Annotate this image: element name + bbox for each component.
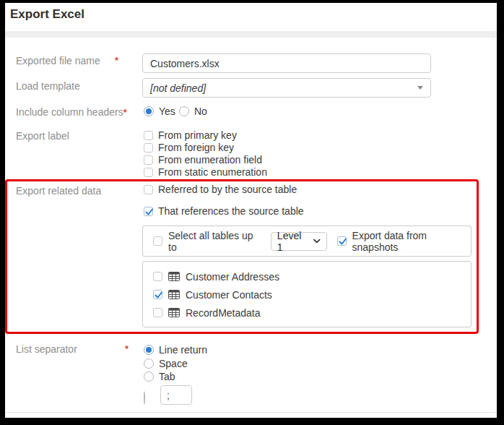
checkbox-from-static-enumeration[interactable] <box>144 168 153 177</box>
related-option-referred-to[interactable]: Referred to by the source table <box>144 183 297 196</box>
export-snapshots-label: Export data from snapshots <box>352 230 471 253</box>
radio-no[interactable] <box>179 106 189 116</box>
checkbox-customer-addresses[interactable] <box>153 272 162 281</box>
related-tables-list: Customer Addresses Customer Contacts Rec… <box>142 261 472 327</box>
list-separator-label: List separator <box>16 343 77 355</box>
separator-option-tab[interactable]: Tab <box>144 370 175 383</box>
checkbox-select-all-tables[interactable] <box>153 236 162 246</box>
radio-no-label: No <box>194 106 207 117</box>
exported-file-name-label: Exported file name <box>16 55 100 66</box>
related-option-references[interactable]: That references the source table <box>144 205 304 218</box>
table-row-customer-contacts[interactable]: Customer Contacts <box>143 286 471 304</box>
list-separator-required-asterisk: * <box>125 343 129 354</box>
radio-tab[interactable] <box>144 372 154 382</box>
table-icon <box>168 290 180 299</box>
radio-custom-separator[interactable] <box>144 391 145 405</box>
checkbox-from-primary-key[interactable] <box>144 131 153 140</box>
table-row-recordmetadata[interactable]: RecordMetadata <box>143 304 471 322</box>
load-template-dropdown[interactable]: [not defined] <box>142 78 431 98</box>
exported-file-name-required-asterisk: * <box>115 55 118 66</box>
dialog-title: Export Excel <box>10 7 84 22</box>
radio-line-return[interactable] <box>144 345 154 355</box>
checkbox-from-foreign-key[interactable] <box>144 143 153 153</box>
export-label-option-primary-key[interactable]: From primary key <box>144 129 237 142</box>
checkbox-customer-contacts[interactable] <box>153 290 162 299</box>
chevron-down-icon <box>313 239 321 244</box>
include-column-headers-required-asterisk: * <box>123 107 127 118</box>
table-icon <box>168 272 180 281</box>
export-excel-dialog: Export Excel Exported file name * Load t… <box>5 3 497 418</box>
checkbox-that-references-source[interactable] <box>144 207 153 216</box>
header-divider <box>5 31 497 38</box>
table-depth-panel: Select all tables up to Level 1 Export d… <box>142 226 472 257</box>
footer-divider <box>5 412 497 413</box>
custom-separator-input[interactable] <box>160 385 192 405</box>
checkbox-recordmetadata[interactable] <box>153 308 162 317</box>
load-template-label: Load template <box>16 80 80 92</box>
checkbox-from-enumeration-field[interactable] <box>144 155 153 165</box>
level-select-value: Level 1 <box>277 230 308 253</box>
export-label-option-enumeration-field[interactable]: From enumeration field <box>144 153 262 166</box>
include-column-headers-label: Include column headers* <box>16 106 127 118</box>
separator-option-space[interactable]: Space <box>144 357 188 370</box>
export-label-option-static-enumeration[interactable]: From static enumeration <box>144 166 267 179</box>
level-select[interactable]: Level 1 <box>271 232 327 251</box>
radio-yes-label: Yes <box>159 106 175 117</box>
select-all-tables-label: Select all tables up to <box>168 230 261 253</box>
export-related-data-label: Export related data <box>16 185 101 197</box>
export-label-label: Export label <box>16 130 69 142</box>
load-template-value: [not defined] <box>150 82 417 94</box>
exported-file-name-input[interactable] <box>142 53 431 73</box>
checkbox-referred-to-by-source[interactable] <box>144 185 153 194</box>
checkbox-export-snapshots[interactable] <box>337 236 347 246</box>
separator-option-line-return[interactable]: Line return <box>144 343 207 356</box>
table-icon <box>168 308 180 317</box>
radio-yes[interactable] <box>144 106 154 116</box>
chevron-down-icon <box>417 86 423 90</box>
include-headers-yes-option[interactable]: Yes <box>144 105 175 118</box>
export-label-option-foreign-key[interactable]: From foreign key <box>144 141 234 154</box>
include-headers-no-option[interactable]: No <box>179 105 207 118</box>
table-row-customer-addresses[interactable]: Customer Addresses <box>143 267 471 286</box>
radio-space[interactable] <box>144 359 154 369</box>
